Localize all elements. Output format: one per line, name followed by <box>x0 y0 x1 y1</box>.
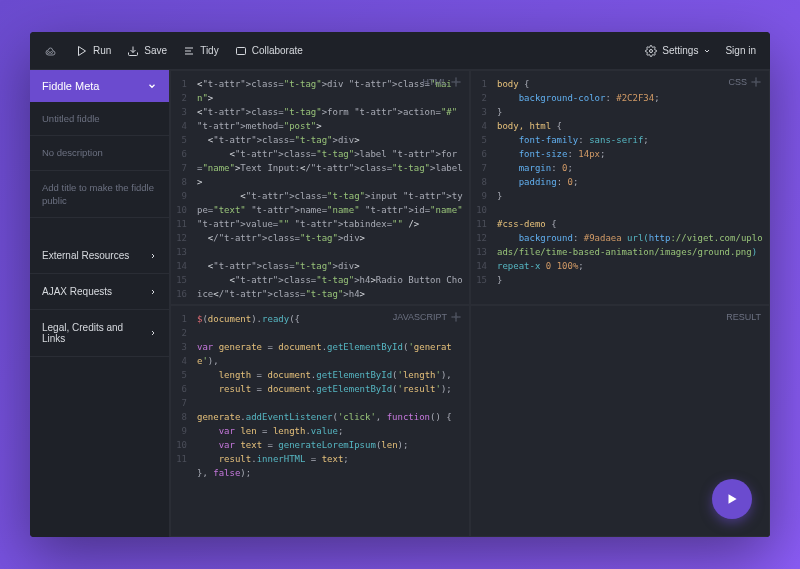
run-button[interactable]: Run <box>76 45 111 57</box>
play-icon <box>76 45 88 57</box>
html-pane[interactable]: HTML 1 2 3 4 5 6 7 8 9 10 11 12 13 14 15… <box>170 70 470 305</box>
pane-label-html: HTML <box>423 77 462 87</box>
sidebar-item-label: AJAX Requests <box>42 286 112 297</box>
svg-marker-2 <box>79 46 86 55</box>
run-fab[interactable] <box>712 479 752 519</box>
css-gutter: 1 2 3 4 5 6 7 8 9 10 11 12 13 14 15 <box>471 71 491 304</box>
save-label: Save <box>144 45 167 56</box>
css-editor[interactable]: body { background-color: #2C2F34; } body… <box>491 71 769 304</box>
collaborate-icon <box>235 45 247 57</box>
js-gutter: 1 2 3 4 5 6 7 8 9 10 11 <box>171 306 191 536</box>
tidy-icon <box>183 45 195 57</box>
fiddle-description[interactable]: No description <box>30 136 169 170</box>
pane-label-result: RESULT <box>726 312 761 322</box>
svg-point-9 <box>455 81 458 84</box>
signin-link[interactable]: Sign in <box>725 45 756 56</box>
css-pane[interactable]: CSS 1 2 3 4 5 6 7 8 9 10 11 12 13 14 15 … <box>470 70 770 305</box>
sidebar-item-label: Legal, Credits and Links <box>42 322 149 344</box>
svg-point-0 <box>48 51 50 53</box>
run-label: Run <box>93 45 111 56</box>
js-editor[interactable]: $(document).ready({ var generate = docum… <box>191 306 469 536</box>
logo[interactable] <box>44 45 56 57</box>
save-button[interactable]: Save <box>127 45 167 57</box>
chevron-down-icon <box>703 47 711 55</box>
html-gutter: 1 2 3 4 5 6 7 8 9 10 11 12 13 14 15 16 1… <box>171 71 191 304</box>
html-editor[interactable]: <"t-attr">class="t-tag">div "t-attr">cla… <box>191 71 469 304</box>
sidebar-item-label: External Resources <box>42 250 129 261</box>
save-icon <box>127 45 139 57</box>
svg-point-11 <box>455 316 458 319</box>
fiddle-hint: Add title to make the fiddle public <box>30 171 169 219</box>
gear-icon <box>645 45 657 57</box>
collaborate-button[interactable]: Collaborate <box>235 45 303 57</box>
chevron-right-icon <box>149 288 157 296</box>
js-pane[interactable]: JAVASCRIPT 1 2 3 4 5 6 7 8 9 10 11 $(doc… <box>170 305 470 537</box>
sidebar-item-ajax[interactable]: AJAX Requests <box>30 274 169 310</box>
toolbar: Run Save Tidy Collaborate <box>76 45 303 57</box>
tidy-button[interactable]: Tidy <box>183 45 219 57</box>
settings-label: Settings <box>662 45 698 56</box>
sidebar-header-label: Fiddle Meta <box>42 80 99 92</box>
svg-point-10 <box>755 81 758 84</box>
sidebar-header[interactable]: Fiddle Meta <box>30 70 169 102</box>
pane-label-js: JAVASCRIPT <box>393 312 461 322</box>
sidebar-item-external[interactable]: External Resources <box>30 238 169 274</box>
chevron-down-icon <box>147 81 157 91</box>
svg-rect-7 <box>236 47 245 54</box>
sidebar: Fiddle Meta Untitled fiddle No descripti… <box>30 70 170 537</box>
collab-label: Collaborate <box>252 45 303 56</box>
tidy-label: Tidy <box>200 45 219 56</box>
settings-button[interactable]: Settings <box>645 45 711 57</box>
svg-marker-12 <box>729 494 737 503</box>
gear-icon[interactable] <box>451 77 461 87</box>
fiddle-title[interactable]: Untitled fiddle <box>30 102 169 136</box>
svg-point-1 <box>51 51 53 53</box>
pane-label-css: CSS <box>728 77 761 87</box>
gear-icon[interactable] <box>451 312 461 322</box>
chevron-right-icon <box>149 252 157 260</box>
gear-icon[interactable] <box>751 77 761 87</box>
play-icon <box>725 492 739 506</box>
chevron-right-icon <box>149 329 157 337</box>
sidebar-item-legal[interactable]: Legal, Credits and Links <box>30 310 169 357</box>
svg-point-8 <box>650 49 653 52</box>
topbar: Run Save Tidy Collaborate Settings Sign <box>30 32 770 70</box>
